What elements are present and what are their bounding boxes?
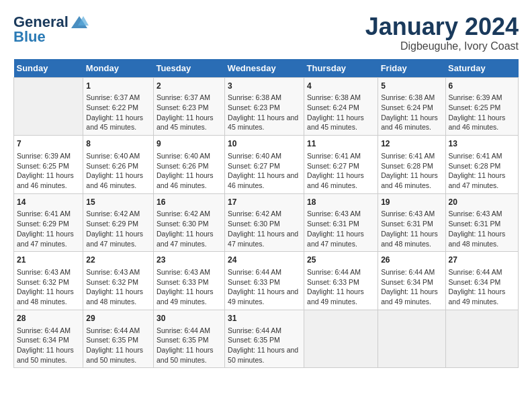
calendar-cell [378, 310, 445, 368]
calendar-cell: 15Sunrise: 6:42 AMSunset: 6:29 PMDayligh… [83, 193, 154, 252]
day-number: 25 [307, 255, 375, 266]
day-info: Sunrise: 6:44 AMSunset: 6:35 PMDaylight:… [86, 326, 150, 365]
day-number: 28 [17, 313, 80, 324]
day-number: 8 [86, 138, 150, 150]
day-number: 12 [381, 138, 442, 150]
page-header: General Blue January 2024 Digbeuguhe, Iv… [13, 13, 519, 52]
calendar-cell: 12Sunrise: 6:41 AMSunset: 6:28 PMDayligh… [378, 136, 445, 194]
day-info: Sunrise: 6:39 AMSunset: 6:25 PMDaylight:… [17, 151, 80, 191]
day-info: Sunrise: 6:44 AMSunset: 6:35 PMDaylight:… [228, 326, 301, 365]
calendar-cell: 2Sunrise: 6:37 AMSunset: 6:23 PMDaylight… [153, 77, 224, 136]
day-number: 31 [228, 313, 301, 324]
day-info: Sunrise: 6:44 AMSunset: 6:33 PMDaylight:… [228, 267, 301, 307]
day-info: Sunrise: 6:37 AMSunset: 6:23 PMDaylight:… [157, 93, 222, 132]
calendar-cell: 17Sunrise: 6:42 AMSunset: 6:30 PMDayligh… [225, 193, 304, 252]
calendar-cell: 6Sunrise: 6:39 AMSunset: 6:25 PMDaylight… [445, 77, 518, 136]
day-number: 19 [381, 197, 442, 208]
logo: General Blue [13, 13, 89, 46]
calendar-table: SundayMondayTuesdayWednesdayThursdayFrid… [13, 59, 519, 369]
day-info: Sunrise: 6:44 AMSunset: 6:34 PMDaylight:… [17, 326, 80, 365]
day-number: 13 [449, 138, 515, 150]
logo-blue: Blue [13, 28, 46, 46]
day-number: 7 [17, 138, 80, 150]
day-number: 3 [228, 81, 301, 92]
day-number: 20 [449, 197, 515, 208]
day-number: 30 [157, 313, 222, 324]
day-info: Sunrise: 6:38 AMSunset: 6:24 PMDaylight:… [381, 93, 442, 132]
day-number: 29 [86, 313, 150, 324]
calendar-cell: 28Sunrise: 6:44 AMSunset: 6:34 PMDayligh… [14, 310, 83, 368]
day-number: 27 [449, 255, 515, 266]
day-info: Sunrise: 6:43 AMSunset: 6:32 PMDaylight:… [17, 267, 80, 307]
calendar-week-1: 1Sunrise: 6:37 AMSunset: 6:22 PMDaylight… [14, 77, 519, 136]
calendar-cell: 24Sunrise: 6:44 AMSunset: 6:33 PMDayligh… [225, 252, 304, 310]
day-info: Sunrise: 6:41 AMSunset: 6:28 PMDaylight:… [381, 151, 442, 191]
day-number: 2 [157, 81, 222, 92]
calendar-cell: 10Sunrise: 6:40 AMSunset: 6:27 PMDayligh… [225, 136, 304, 194]
calendar-cell: 20Sunrise: 6:43 AMSunset: 6:31 PMDayligh… [445, 193, 518, 252]
weekday-header-tuesday: Tuesday [153, 59, 224, 78]
day-number: 16 [157, 197, 222, 208]
calendar-cell: 1Sunrise: 6:37 AMSunset: 6:22 PMDaylight… [83, 77, 154, 136]
day-info: Sunrise: 6:44 AMSunset: 6:33 PMDaylight:… [307, 267, 375, 307]
day-info: Sunrise: 6:41 AMSunset: 6:28 PMDaylight:… [449, 151, 515, 191]
day-info: Sunrise: 6:37 AMSunset: 6:22 PMDaylight:… [86, 93, 150, 132]
weekday-header-sunday: Sunday [14, 59, 83, 78]
day-number: 9 [157, 138, 222, 150]
calendar-week-4: 21Sunrise: 6:43 AMSunset: 6:32 PMDayligh… [14, 252, 519, 310]
page-subtitle: Digbeuguhe, Ivory Coast [365, 40, 519, 52]
calendar-cell: 5Sunrise: 6:38 AMSunset: 6:24 PMDaylight… [378, 77, 445, 136]
calendar-cell: 30Sunrise: 6:44 AMSunset: 6:35 PMDayligh… [153, 310, 224, 368]
weekday-header-saturday: Saturday [445, 59, 518, 78]
calendar-cell: 13Sunrise: 6:41 AMSunset: 6:28 PMDayligh… [445, 136, 518, 194]
weekday-header-monday: Monday [83, 59, 154, 78]
day-number: 4 [307, 81, 375, 92]
page-title: January 2024 [365, 13, 519, 40]
calendar-cell: 16Sunrise: 6:42 AMSunset: 6:30 PMDayligh… [153, 193, 224, 252]
calendar-cell: 4Sunrise: 6:38 AMSunset: 6:24 PMDaylight… [304, 77, 378, 136]
day-number: 11 [307, 138, 375, 150]
calendar-cell: 8Sunrise: 6:40 AMSunset: 6:26 PMDaylight… [83, 136, 154, 194]
day-number: 5 [381, 81, 442, 92]
day-number: 14 [17, 197, 80, 208]
weekday-header-wednesday: Wednesday [225, 59, 304, 78]
calendar-cell: 21Sunrise: 6:43 AMSunset: 6:32 PMDayligh… [14, 252, 83, 310]
calendar-cell: 23Sunrise: 6:43 AMSunset: 6:33 PMDayligh… [153, 252, 224, 310]
logo-icon [70, 15, 89, 30]
day-info: Sunrise: 6:44 AMSunset: 6:34 PMDaylight:… [449, 267, 515, 307]
day-number: 1 [86, 81, 150, 92]
calendar-cell: 3Sunrise: 6:38 AMSunset: 6:23 PMDaylight… [225, 77, 304, 136]
calendar-cell: 26Sunrise: 6:44 AMSunset: 6:34 PMDayligh… [378, 252, 445, 310]
day-info: Sunrise: 6:38 AMSunset: 6:24 PMDaylight:… [307, 93, 375, 132]
day-info: Sunrise: 6:43 AMSunset: 6:33 PMDaylight:… [157, 267, 222, 307]
calendar-week-3: 14Sunrise: 6:41 AMSunset: 6:29 PMDayligh… [14, 193, 519, 252]
calendar-cell: 25Sunrise: 6:44 AMSunset: 6:33 PMDayligh… [304, 252, 378, 310]
day-info: Sunrise: 6:44 AMSunset: 6:35 PMDaylight:… [157, 326, 222, 365]
day-info: Sunrise: 6:43 AMSunset: 6:31 PMDaylight:… [381, 209, 442, 248]
calendar-cell: 22Sunrise: 6:43 AMSunset: 6:32 PMDayligh… [83, 252, 154, 310]
title-block: January 2024 Digbeuguhe, Ivory Coast [365, 13, 519, 52]
day-info: Sunrise: 6:40 AMSunset: 6:26 PMDaylight:… [157, 151, 222, 191]
day-number: 10 [228, 138, 301, 150]
day-number: 18 [307, 197, 375, 208]
calendar-cell: 18Sunrise: 6:43 AMSunset: 6:31 PMDayligh… [304, 193, 378, 252]
weekday-header-row: SundayMondayTuesdayWednesdayThursdayFrid… [14, 59, 519, 78]
calendar-cell: 7Sunrise: 6:39 AMSunset: 6:25 PMDaylight… [14, 136, 83, 194]
day-number: 21 [17, 255, 80, 266]
day-info: Sunrise: 6:43 AMSunset: 6:31 PMDaylight:… [449, 209, 515, 248]
day-info: Sunrise: 6:42 AMSunset: 6:30 PMDaylight:… [228, 209, 301, 248]
weekday-header-friday: Friday [378, 59, 445, 78]
day-info: Sunrise: 6:43 AMSunset: 6:31 PMDaylight:… [307, 209, 375, 248]
day-number: 24 [228, 255, 301, 266]
day-number: 17 [228, 197, 301, 208]
day-info: Sunrise: 6:39 AMSunset: 6:25 PMDaylight:… [449, 93, 515, 132]
day-info: Sunrise: 6:41 AMSunset: 6:29 PMDaylight:… [17, 209, 80, 248]
calendar-cell: 19Sunrise: 6:43 AMSunset: 6:31 PMDayligh… [378, 193, 445, 252]
day-number: 22 [86, 255, 150, 266]
day-info: Sunrise: 6:42 AMSunset: 6:30 PMDaylight:… [157, 209, 222, 248]
day-info: Sunrise: 6:43 AMSunset: 6:32 PMDaylight:… [86, 267, 150, 307]
calendar-cell: 9Sunrise: 6:40 AMSunset: 6:26 PMDaylight… [153, 136, 224, 194]
calendar-cell: 11Sunrise: 6:41 AMSunset: 6:27 PMDayligh… [304, 136, 378, 194]
calendar-week-2: 7Sunrise: 6:39 AMSunset: 6:25 PMDaylight… [14, 136, 519, 194]
day-info: Sunrise: 6:40 AMSunset: 6:27 PMDaylight:… [228, 151, 301, 191]
